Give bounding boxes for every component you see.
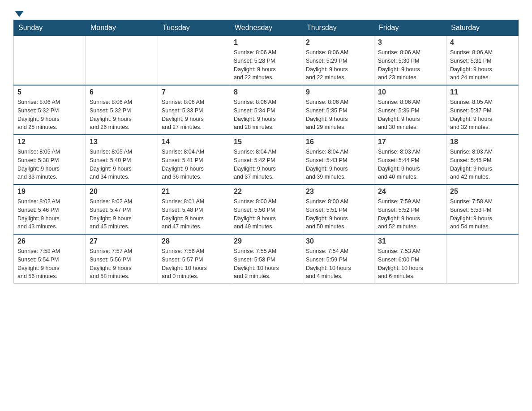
- day-number: 13: [90, 138, 154, 146]
- calendar-cell: 28Sunrise: 7:56 AM Sunset: 5:57 PM Dayli…: [158, 234, 230, 284]
- day-info: Sunrise: 8:02 AM Sunset: 5:47 PM Dayligh…: [90, 197, 154, 231]
- calendar-cell: 4Sunrise: 8:06 AM Sunset: 5:31 PM Daylig…: [446, 36, 519, 86]
- day-number: 8: [234, 88, 298, 96]
- day-info: Sunrise: 8:06 AM Sunset: 5:35 PM Dayligh…: [306, 98, 370, 132]
- calendar-cell: 23Sunrise: 8:00 AM Sunset: 5:51 PM Dayli…: [302, 184, 374, 234]
- day-info: Sunrise: 8:02 AM Sunset: 5:46 PM Dayligh…: [17, 197, 82, 231]
- calendar-cell: 21Sunrise: 8:01 AM Sunset: 5:48 PM Dayli…: [158, 184, 230, 234]
- day-info: Sunrise: 7:58 AM Sunset: 5:54 PM Dayligh…: [17, 247, 82, 281]
- day-number: 15: [234, 138, 298, 146]
- calendar-week-row: 12Sunrise: 8:05 AM Sunset: 5:38 PM Dayli…: [14, 135, 519, 184]
- calendar-cell: 11Sunrise: 8:05 AM Sunset: 5:37 PM Dayli…: [446, 85, 519, 135]
- day-number: 5: [17, 88, 82, 96]
- calendar-cell: 2Sunrise: 8:06 AM Sunset: 5:29 PM Daylig…: [302, 36, 374, 86]
- day-number: 19: [17, 188, 82, 196]
- calendar-cell: 27Sunrise: 7:57 AM Sunset: 5:56 PM Dayli…: [86, 234, 158, 284]
- day-number: 21: [162, 188, 226, 196]
- column-header-saturday: Saturday: [446, 20, 519, 36]
- calendar-cell: 15Sunrise: 8:04 AM Sunset: 5:42 PM Dayli…: [230, 135, 302, 184]
- calendar-cell: 6Sunrise: 8:06 AM Sunset: 5:32 PM Daylig…: [86, 85, 158, 135]
- calendar-week-row: 26Sunrise: 7:58 AM Sunset: 5:54 PM Dayli…: [14, 234, 519, 284]
- day-number: 9: [306, 88, 370, 96]
- day-info: Sunrise: 8:06 AM Sunset: 5:29 PM Dayligh…: [306, 48, 370, 82]
- day-number: 31: [378, 237, 442, 245]
- calendar-cell: 12Sunrise: 8:05 AM Sunset: 5:38 PM Dayli…: [14, 135, 86, 184]
- day-info: Sunrise: 7:59 AM Sunset: 5:52 PM Dayligh…: [378, 197, 442, 231]
- calendar-cell: 26Sunrise: 7:58 AM Sunset: 5:54 PM Dayli…: [14, 234, 86, 284]
- calendar-cell: 30Sunrise: 7:54 AM Sunset: 5:59 PM Dayli…: [302, 234, 374, 284]
- day-info: Sunrise: 8:06 AM Sunset: 5:30 PM Dayligh…: [378, 48, 442, 82]
- day-info: Sunrise: 8:04 AM Sunset: 5:42 PM Dayligh…: [234, 148, 298, 181]
- calendar-cell: 5Sunrise: 8:06 AM Sunset: 5:32 PM Daylig…: [14, 85, 86, 135]
- calendar-cell: 13Sunrise: 8:05 AM Sunset: 5:40 PM Dayli…: [86, 135, 158, 184]
- day-number: 3: [378, 39, 442, 47]
- calendar-cell: 7Sunrise: 8:06 AM Sunset: 5:33 PM Daylig…: [158, 85, 230, 135]
- day-number: 6: [90, 88, 154, 96]
- calendar-table: SundayMondayTuesdayWednesdayThursdayFrid…: [13, 20, 519, 284]
- day-number: 30: [306, 237, 370, 245]
- calendar-cell: 19Sunrise: 8:02 AM Sunset: 5:46 PM Dayli…: [14, 184, 86, 234]
- day-info: Sunrise: 7:58 AM Sunset: 5:53 PM Dayligh…: [450, 197, 515, 231]
- column-header-friday: Friday: [374, 20, 446, 36]
- day-number: 17: [378, 138, 442, 146]
- calendar-cell: 9Sunrise: 8:06 AM Sunset: 5:35 PM Daylig…: [302, 85, 374, 135]
- day-number: 22: [234, 188, 298, 196]
- day-info: Sunrise: 8:01 AM Sunset: 5:48 PM Dayligh…: [162, 197, 226, 231]
- day-number: 27: [90, 237, 154, 245]
- day-info: Sunrise: 8:06 AM Sunset: 5:32 PM Dayligh…: [17, 98, 82, 132]
- page-header: [13, 9, 519, 15]
- calendar-cell: [86, 36, 158, 86]
- calendar-cell: [158, 36, 230, 86]
- calendar-week-row: 19Sunrise: 8:02 AM Sunset: 5:46 PM Dayli…: [14, 184, 519, 234]
- column-header-thursday: Thursday: [302, 20, 374, 36]
- day-info: Sunrise: 8:06 AM Sunset: 5:32 PM Dayligh…: [90, 98, 154, 132]
- column-header-wednesday: Wednesday: [230, 20, 302, 36]
- day-number: 14: [162, 138, 226, 146]
- calendar-cell: 31Sunrise: 7:53 AM Sunset: 6:00 PM Dayli…: [374, 234, 446, 284]
- calendar-cell: 22Sunrise: 8:00 AM Sunset: 5:50 PM Dayli…: [230, 184, 302, 234]
- day-number: 4: [450, 39, 515, 47]
- calendar-cell: 17Sunrise: 8:03 AM Sunset: 5:44 PM Dayli…: [374, 135, 446, 184]
- calendar-cell: [14, 36, 86, 86]
- day-info: Sunrise: 8:06 AM Sunset: 5:28 PM Dayligh…: [234, 48, 298, 82]
- calendar-cell: 20Sunrise: 8:02 AM Sunset: 5:47 PM Dayli…: [86, 184, 158, 234]
- day-number: 25: [450, 188, 515, 196]
- day-info: Sunrise: 8:03 AM Sunset: 5:44 PM Dayligh…: [378, 148, 442, 181]
- calendar-cell: 18Sunrise: 8:03 AM Sunset: 5:45 PM Dayli…: [446, 135, 519, 184]
- calendar-week-row: 5Sunrise: 8:06 AM Sunset: 5:32 PM Daylig…: [14, 85, 519, 135]
- day-info: Sunrise: 8:05 AM Sunset: 5:40 PM Dayligh…: [90, 148, 154, 181]
- day-number: 11: [450, 88, 515, 96]
- day-info: Sunrise: 8:05 AM Sunset: 5:37 PM Dayligh…: [450, 98, 515, 132]
- column-header-monday: Monday: [86, 20, 158, 36]
- day-number: 7: [162, 88, 226, 96]
- day-number: 29: [234, 237, 298, 245]
- calendar-cell: [446, 234, 519, 284]
- day-info: Sunrise: 8:00 AM Sunset: 5:50 PM Dayligh…: [234, 197, 298, 231]
- day-number: 28: [162, 237, 226, 245]
- day-info: Sunrise: 8:06 AM Sunset: 5:34 PM Dayligh…: [234, 98, 298, 132]
- day-info: Sunrise: 8:05 AM Sunset: 5:38 PM Dayligh…: [17, 148, 82, 181]
- calendar-header-row: SundayMondayTuesdayWednesdayThursdayFrid…: [14, 20, 519, 36]
- calendar-cell: 24Sunrise: 7:59 AM Sunset: 5:52 PM Dayli…: [374, 184, 446, 234]
- day-info: Sunrise: 8:04 AM Sunset: 5:41 PM Dayligh…: [162, 148, 226, 181]
- day-info: Sunrise: 8:06 AM Sunset: 5:31 PM Dayligh…: [450, 48, 515, 82]
- day-info: Sunrise: 7:55 AM Sunset: 5:58 PM Dayligh…: [234, 247, 298, 281]
- day-number: 18: [450, 138, 515, 146]
- calendar-cell: 1Sunrise: 8:06 AM Sunset: 5:28 PM Daylig…: [230, 36, 302, 86]
- day-info: Sunrise: 8:00 AM Sunset: 5:51 PM Dayligh…: [306, 197, 370, 231]
- day-info: Sunrise: 7:56 AM Sunset: 5:57 PM Dayligh…: [162, 247, 226, 281]
- day-info: Sunrise: 8:03 AM Sunset: 5:45 PM Dayligh…: [450, 148, 515, 181]
- day-number: 12: [17, 138, 82, 146]
- day-number: 1: [234, 39, 298, 47]
- day-number: 23: [306, 188, 370, 196]
- day-number: 24: [378, 188, 442, 196]
- day-info: Sunrise: 8:04 AM Sunset: 5:43 PM Dayligh…: [306, 148, 370, 181]
- calendar-cell: 10Sunrise: 8:06 AM Sunset: 5:36 PM Dayli…: [374, 85, 446, 135]
- day-number: 16: [306, 138, 370, 146]
- day-number: 2: [306, 39, 370, 47]
- day-info: Sunrise: 7:54 AM Sunset: 5:59 PM Dayligh…: [306, 247, 370, 281]
- column-header-tuesday: Tuesday: [158, 20, 230, 36]
- day-number: 26: [17, 237, 82, 245]
- calendar-cell: 3Sunrise: 8:06 AM Sunset: 5:30 PM Daylig…: [374, 36, 446, 86]
- column-header-sunday: Sunday: [14, 20, 86, 36]
